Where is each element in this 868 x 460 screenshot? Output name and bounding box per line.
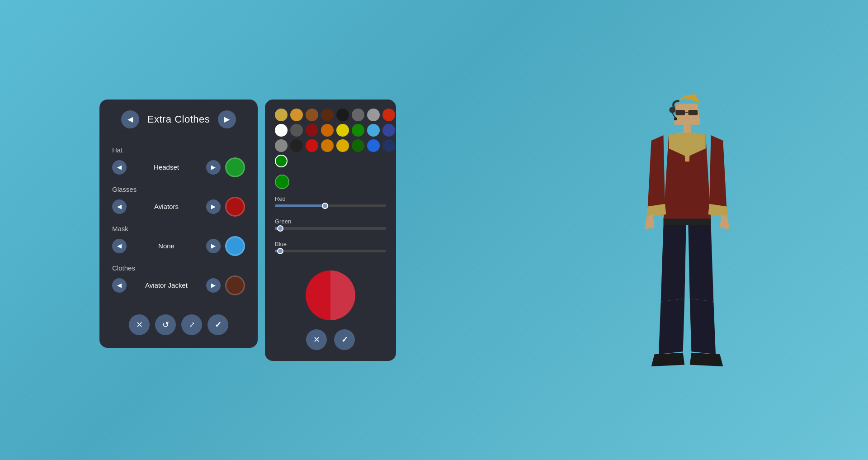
color-preview-large <box>306 270 355 320</box>
svg-marker-18 <box>645 214 655 229</box>
character-figure <box>606 72 769 389</box>
color-preview-left-half <box>306 270 330 320</box>
swatch-green[interactable] <box>352 124 364 137</box>
mask-color-swatch[interactable] <box>225 236 245 256</box>
hat-color-swatch[interactable] <box>225 157 245 177</box>
green-label: Green <box>275 218 386 225</box>
hat-prev-icon: ◀ <box>117 164 122 171</box>
blue-slider-thumb <box>277 248 283 254</box>
left-panel: ◀ Extra Clothes ▶ Hat ◀ Headset ▶ <box>99 100 258 348</box>
swatch-gold2[interactable] <box>336 139 349 152</box>
swatch-brown[interactable] <box>306 109 318 121</box>
svg-marker-14 <box>648 135 665 209</box>
clothes-item-name: Aviator Jacket <box>131 281 202 289</box>
svg-marker-1 <box>674 94 700 104</box>
swatch-black[interactable] <box>336 109 349 121</box>
swatch-charcoal[interactable] <box>290 139 303 152</box>
mask-prev-icon: ◀ <box>117 242 122 249</box>
swatch-crimson[interactable] <box>306 124 318 137</box>
clothes-prev-icon: ◀ <box>117 282 122 289</box>
red-slider[interactable] <box>275 204 386 207</box>
swatch-gold[interactable] <box>275 109 288 121</box>
hat-label: Hat <box>112 146 245 154</box>
glasses-next-icon: ▶ <box>211 203 216 210</box>
glasses-color-swatch[interactable] <box>225 197 245 217</box>
color-preview-right-half <box>330 270 355 320</box>
swatch-sky-blue[interactable] <box>367 124 380 137</box>
swatch-light-gray[interactable] <box>367 109 380 121</box>
red-slider-section: Red <box>275 195 386 213</box>
hat-next-button[interactable]: ▶ <box>206 160 221 175</box>
swatch-deep-orange[interactable] <box>321 139 334 152</box>
panel-header: ◀ Extra Clothes ▶ <box>112 110 245 128</box>
check-icon: ✓ <box>215 320 222 330</box>
glasses-next-button[interactable]: ▶ <box>206 199 221 214</box>
svg-marker-24 <box>690 299 716 354</box>
swatch-silver[interactable] <box>275 139 288 152</box>
svg-rect-3 <box>688 110 698 115</box>
x-icon: ✕ <box>136 320 143 330</box>
swatch-bright-green[interactable] <box>275 155 288 167</box>
swatch-medium-gray[interactable] <box>290 124 303 137</box>
panels-container: ◀ Extra Clothes ▶ Hat ◀ Headset ▶ <box>99 100 396 361</box>
arrow-right-icon: ▶ <box>224 115 230 123</box>
hat-item-name: Headset <box>131 163 202 171</box>
refresh-button[interactable]: ↺ <box>155 314 176 335</box>
svg-rect-20 <box>664 218 711 225</box>
hat-next-icon: ▶ <box>211 164 216 171</box>
color-confirm-button[interactable]: ✓ <box>334 329 355 350</box>
svg-rect-2 <box>675 110 685 115</box>
expand-icon: ⤢ <box>189 320 195 329</box>
svg-marker-16 <box>709 135 727 209</box>
swatch-yellow[interactable] <box>336 124 349 137</box>
color-check-icon: ✓ <box>341 335 348 345</box>
svg-marker-25 <box>651 352 685 366</box>
hat-prev-button[interactable]: ◀ <box>112 160 127 175</box>
color-cancel-button[interactable]: ✕ <box>306 329 327 350</box>
mask-prev-button[interactable]: ◀ <box>112 239 127 253</box>
svg-marker-22 <box>688 225 713 301</box>
mask-section: Mask ◀ None ▶ <box>112 225 245 256</box>
character-area <box>597 61 778 400</box>
swatch-orange[interactable] <box>321 124 334 137</box>
svg-point-7 <box>674 117 677 120</box>
prev-nav-button[interactable]: ◀ <box>121 110 139 128</box>
swatch-row-1 <box>275 109 386 121</box>
swatch-dark-brown[interactable] <box>321 109 334 121</box>
hat-row: ◀ Headset ▶ <box>112 157 245 177</box>
left-panel-bottom-buttons: ✕ ↺ ⤢ ✓ <box>112 314 245 335</box>
glasses-prev-icon: ◀ <box>117 203 122 210</box>
swatch-white[interactable] <box>275 124 288 137</box>
confirm-button[interactable]: ✓ <box>208 314 228 335</box>
blue-slider[interactable] <box>275 250 386 252</box>
swatch-red[interactable] <box>306 139 318 152</box>
clothes-label: Clothes <box>112 264 245 272</box>
clothes-row: ◀ Aviator Jacket ▶ <box>112 275 245 295</box>
divider <box>112 136 245 136</box>
cancel-button[interactable]: ✕ <box>129 314 150 335</box>
hat-section: Hat ◀ Headset ▶ <box>112 146 245 177</box>
glasses-item-name: Aviators <box>131 203 202 210</box>
swatch-blue[interactable] <box>367 139 380 152</box>
panel-title: Extra Clothes <box>147 114 210 125</box>
next-nav-button[interactable]: ▶ <box>218 110 236 128</box>
clothes-prev-button[interactable]: ◀ <box>112 278 127 293</box>
clothes-next-button[interactable]: ▶ <box>206 278 221 293</box>
swatch-row-2 <box>275 124 386 137</box>
mask-next-button[interactable]: ▶ <box>206 239 221 253</box>
swatch-dark-gray[interactable] <box>352 109 364 121</box>
green-slider-section: Green <box>275 218 386 236</box>
svg-marker-23 <box>659 299 684 354</box>
blue-label: Blue <box>275 241 386 247</box>
color-swatches-grid <box>275 109 386 167</box>
swatch-dark-blue[interactable] <box>382 124 395 137</box>
green-slider[interactable] <box>275 227 386 230</box>
swatch-dark-red[interactable] <box>382 109 395 121</box>
glasses-prev-button[interactable]: ◀ <box>112 199 127 214</box>
swatch-amber[interactable] <box>290 109 303 121</box>
expand-button[interactable]: ⤢ <box>181 314 202 335</box>
clothes-next-icon: ▶ <box>211 282 216 289</box>
swatch-navy[interactable] <box>382 139 395 152</box>
clothes-color-swatch[interactable] <box>225 275 245 295</box>
swatch-dark-green[interactable] <box>352 139 364 152</box>
